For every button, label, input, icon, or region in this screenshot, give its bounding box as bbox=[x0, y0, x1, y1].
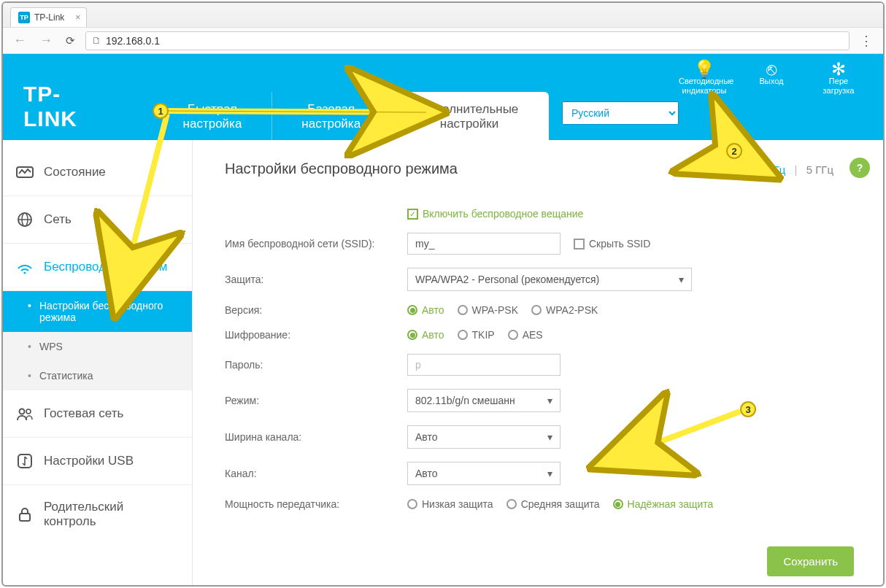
version-wpapsk-radio[interactable]: WPA-PSK bbox=[458, 304, 519, 316]
sidebar-item-usb[interactable]: Настройки USB bbox=[3, 438, 192, 485]
browser-tabbar: TP TP-Link × bbox=[3, 3, 883, 28]
version-label: Версия: bbox=[225, 304, 407, 316]
reboot-icon: ✻ bbox=[813, 64, 864, 74]
encryption-label: Шифрование: bbox=[225, 329, 407, 341]
width-label: Ширина канала: bbox=[225, 431, 407, 443]
encryption-auto-radio[interactable]: Авто bbox=[407, 329, 444, 341]
logout-button[interactable]: ⎋ Выход bbox=[746, 64, 797, 140]
forward-icon[interactable]: → bbox=[36, 33, 55, 48]
channel-select[interactable]: Авто bbox=[407, 462, 561, 485]
channel-width-select[interactable]: Авто bbox=[407, 425, 561, 449]
encryption-tkip-radio[interactable]: TKIP bbox=[458, 329, 495, 341]
mode-label: Режим: bbox=[225, 395, 407, 406]
help-button[interactable]: ? bbox=[850, 158, 870, 178]
ssid-label: Имя беспроводной сети (SSID): bbox=[225, 238, 407, 249]
language-select[interactable]: Русский bbox=[562, 101, 679, 125]
reboot-button[interactable]: ✻ Пере загрузка bbox=[813, 64, 864, 140]
password-input[interactable] bbox=[407, 354, 561, 376]
channel-label: Канал: bbox=[225, 468, 407, 479]
power-high-radio[interactable]: Надёжная защита bbox=[613, 498, 714, 510]
close-icon[interactable]: × bbox=[75, 12, 80, 23]
enable-broadcast-checkbox[interactable]: ✓ Включить беспроводное вещание bbox=[407, 208, 583, 220]
browser-menu-icon[interactable]: ⋮ bbox=[857, 33, 876, 49]
back-icon[interactable]: ← bbox=[10, 33, 29, 48]
logo: TP-LINK bbox=[3, 54, 123, 140]
status-icon bbox=[16, 163, 34, 181]
power-label: Мощность передатчика: bbox=[225, 498, 407, 510]
reload-icon[interactable]: ⟳ bbox=[63, 34, 78, 47]
main-tabs: Быстрая настройка Базовая настройка Допо… bbox=[153, 54, 549, 140]
lock-icon bbox=[16, 506, 34, 523]
page-icon: 🗋 bbox=[92, 35, 101, 46]
globe-icon bbox=[16, 211, 34, 228]
content-panel: Настройки беспроводного режима 2,4 ГГц |… bbox=[193, 140, 883, 587]
svg-point-4 bbox=[23, 271, 26, 274]
logout-icon: ⎋ bbox=[746, 64, 797, 74]
freq-5ghz[interactable]: 5 ГГц bbox=[806, 163, 833, 176]
sidebar: Состояние Сеть Беспроводной режим Настро… bbox=[3, 140, 193, 587]
router-header: TP-LINK Быстрая настройка Базовая настро… bbox=[3, 54, 883, 140]
address-bar[interactable]: 🗋 192.168.0.1 bbox=[85, 31, 850, 50]
power-low-radio[interactable]: Низкая защита bbox=[407, 498, 493, 510]
version-wpa2psk-radio[interactable]: WPA2-PSK bbox=[531, 304, 598, 316]
security-select[interactable]: WPA/WPA2 - Personal (рекомендуется) bbox=[407, 268, 692, 291]
sidebar-sub-wireless-settings[interactable]: Настройки беспроводного режима bbox=[3, 291, 192, 332]
save-button[interactable]: Сохранить bbox=[767, 546, 854, 576]
tab-title: TP-Link bbox=[34, 12, 64, 23]
encryption-aes-radio[interactable]: AES bbox=[508, 329, 543, 341]
svg-point-5 bbox=[20, 409, 25, 414]
svg-point-6 bbox=[26, 409, 31, 414]
usb-icon bbox=[16, 452, 34, 470]
mode-select[interactable]: 802.11b/g/n смешанн bbox=[407, 389, 561, 412]
browser-tab[interactable]: TP TP-Link × bbox=[10, 7, 87, 27]
version-auto-radio[interactable]: Авто bbox=[407, 304, 444, 316]
hide-ssid-checkbox[interactable]: Скрыть SSID bbox=[574, 238, 650, 249]
sidebar-sub-statistics[interactable]: Статистика bbox=[3, 361, 192, 390]
ssid-input[interactable] bbox=[407, 233, 561, 255]
tab-basic[interactable]: Базовая настройка bbox=[271, 92, 390, 140]
freq-2-4ghz[interactable]: 2,4 ГГц bbox=[750, 163, 786, 176]
guest-icon bbox=[16, 405, 34, 422]
led-button[interactable]: 💡 Светодиодные индикаторы bbox=[679, 64, 730, 140]
frequency-switch: 2,4 ГГц | 5 ГГц bbox=[750, 163, 833, 176]
sidebar-item-parental[interactable]: Родительский контроль bbox=[3, 485, 192, 543]
sidebar-item-status[interactable]: Состояние bbox=[3, 149, 192, 196]
bulb-icon: 💡 bbox=[679, 64, 730, 74]
sidebar-sub-wps[interactable]: WPS bbox=[3, 332, 192, 361]
tab-quick-setup[interactable]: Быстрая настройка bbox=[153, 92, 271, 140]
security-label: Защита: bbox=[225, 274, 407, 285]
wifi-icon bbox=[16, 258, 34, 276]
password-label: Пароль: bbox=[225, 359, 407, 371]
sidebar-item-wireless[interactable]: Беспроводной режим bbox=[3, 244, 192, 291]
tab-advanced[interactable]: Дополнительные настройки bbox=[390, 92, 549, 140]
power-mid-radio[interactable]: Средняя защита bbox=[506, 498, 600, 510]
sidebar-item-network[interactable]: Сеть bbox=[3, 196, 192, 244]
favicon-icon: TP bbox=[18, 12, 30, 23]
url-text: 192.168.0.1 bbox=[106, 35, 160, 47]
browser-toolbar: ← → ⟳ 🗋 192.168.0.1 ⋮ bbox=[3, 28, 883, 54]
svg-rect-8 bbox=[20, 514, 30, 521]
sidebar-item-guest[interactable]: Гостевая сеть bbox=[3, 390, 192, 438]
